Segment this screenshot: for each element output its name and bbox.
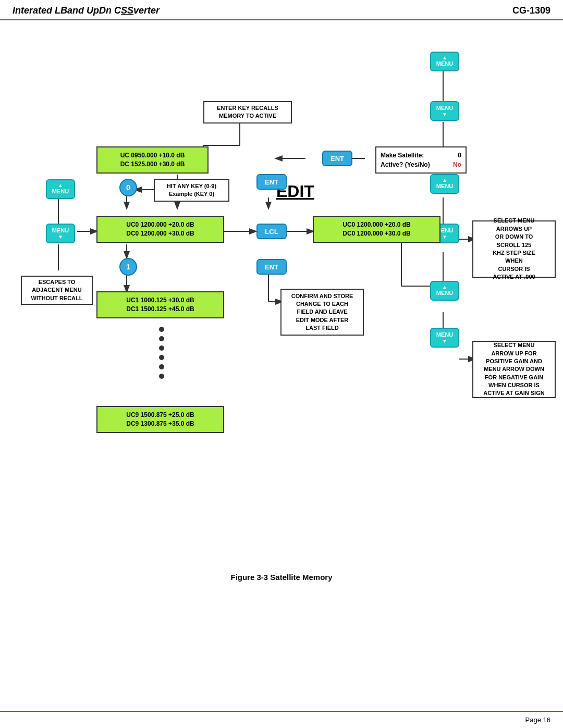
uc0-right-box: UC0 1200.000 +20.0 dB DC0 1200.000 +30.0… — [313, 216, 440, 243]
menu-up-btn-3[interactable]: ▲ MENU — [430, 174, 459, 194]
header-code: CG-1309 — [512, 5, 550, 16]
ent-button-1[interactable]: ENT — [322, 151, 352, 166]
lcl-button[interactable]: LCL — [256, 224, 287, 239]
select-menu-gain-box: SELECT MENU ARROW UP FOR POSITIVE GAIN A… — [472, 341, 556, 398]
uc1-box: UC1 1000.125 +30.0 dB DC1 1500.125 +45.0… — [96, 291, 224, 318]
escapes-box: ESCAPES TO ADJACENT MENU WITHOUT RECALL — [21, 276, 93, 305]
hit-any-key-box: HIT ANY KEY (0-9) Example (KEY 0) — [154, 179, 229, 202]
confirm-store-box: CONFIRM AND STORE CHANGE TO EACH FIELD A… — [280, 289, 364, 336]
dots-column — [159, 327, 164, 379]
figure-caption: Figure 3-3 Satellite Memory — [0, 573, 563, 587]
page-footer: Page 16 — [0, 711, 563, 728]
top-channel-box: UC 0950.000 +10.0 dB DC 1525.000 +30.0 d… — [96, 146, 209, 174]
enter-key-recalls-box: ENTER KEY RECALLS MEMORY TO ACTIVE — [203, 101, 292, 124]
select-menu-scroll-box: SELECT MENU ARROWS UP OR DOWN TO SCROLL … — [472, 220, 556, 278]
make-satellite-box: Make Satellite: 0 Active? (Yes/No) No — [375, 146, 467, 174]
menu-down-btn-6[interactable]: MENU ▼ — [430, 328, 459, 348]
menu-down-btn-2[interactable]: MENU ▼ — [430, 101, 459, 121]
menu-up-btn-top[interactable]: ▲ MENU — [430, 52, 459, 71]
page-header: Interated LBand UpDn CSSverter CG-1309 — [0, 0, 563, 20]
menu-up-btn-5[interactable]: ▲ MENU — [430, 281, 459, 301]
page-number: Page 16 — [525, 716, 550, 724]
menu-down-btn-left[interactable]: MENU ▼ — [46, 224, 75, 243]
uc9-box: UC9 1500.875 +25.0 dB DC9 1300.875 +35.0… — [96, 406, 224, 433]
header-title: Interated LBand UpDn CSSverter — [13, 5, 160, 16]
num-1-button[interactable]: 1 — [119, 258, 137, 276]
num-0-button[interactable]: 0 — [119, 179, 137, 196]
ent-button-2[interactable]: ENT — [256, 174, 287, 190]
menu-up-btn-left[interactable]: ▲ MENU — [46, 179, 75, 199]
uc0-left-box: UC0 1200.000 +20.0 dB DC0 1200.000 +30.0… — [96, 216, 224, 243]
ent-button-3[interactable]: ENT — [256, 259, 287, 275]
diagram-area: ENTER KEY RECALLS MEMORY TO ACTIVE ▲ MEN… — [0, 20, 563, 567]
